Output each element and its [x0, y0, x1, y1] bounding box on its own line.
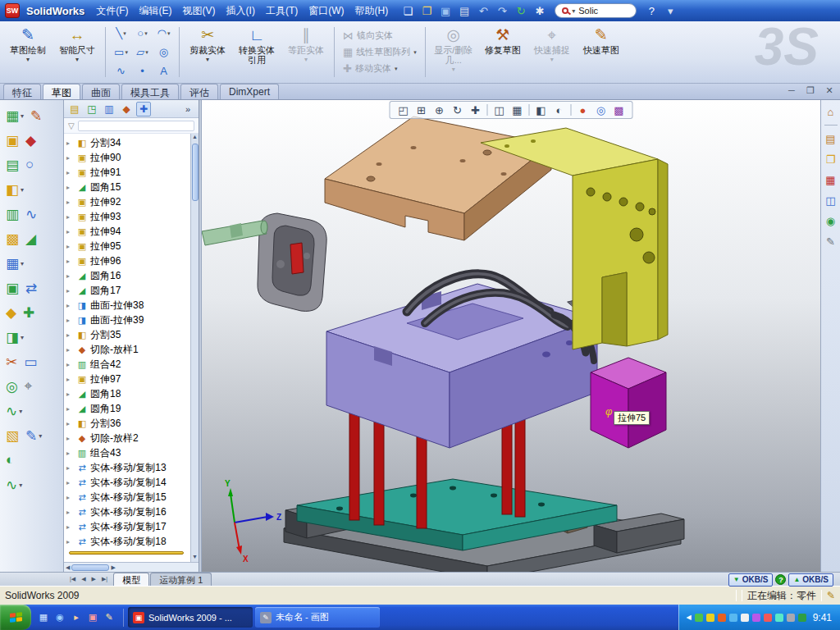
- dropdown-arrow-icon[interactable]: ▾: [39, 432, 42, 440]
- undo-icon[interactable]: ↶: [475, 2, 491, 19]
- show-desktop-icon[interactable]: ▦: [37, 611, 50, 624]
- file-explorer-icon[interactable]: ❐: [824, 152, 838, 167]
- part-insert-block[interactable]: φ: [591, 358, 666, 448]
- scrollbar-thumb[interactable]: [71, 564, 109, 571]
- expand-arrow-icon[interactable]: ▸: [66, 331, 74, 339]
- expand-arrow-icon[interactable]: ▸: [66, 450, 74, 457]
- expand-arrow-icon[interactable]: ▸: [66, 538, 74, 546]
- rectangle-tool-icon[interactable]: ▭▾: [111, 43, 131, 62]
- display-delete-relations-button[interactable]: ◎显示/删除几...▾: [431, 24, 477, 80]
- left-toolbar-icon[interactable]: ◆: [25, 132, 36, 149]
- scrollbar-thumb[interactable]: [192, 144, 199, 201]
- doc-nav-button-2[interactable]: ◀: [79, 576, 88, 582]
- left-toolbar-icon[interactable]: ✎▾: [25, 427, 42, 445]
- close-window-icon[interactable]: ✕: [824, 85, 835, 96]
- filter-field[interactable]: [78, 121, 194, 131]
- left-toolbar-icon[interactable]: ▣: [6, 280, 19, 297]
- menu-item-6[interactable]: 窗口(W): [304, 2, 349, 20]
- left-toolbar-icon[interactable]: ▦▾: [6, 107, 24, 125]
- zoom-in-out-icon[interactable]: ⊕: [431, 104, 448, 116]
- left-toolbar-icon[interactable]: ∿▾: [6, 403, 22, 420]
- expand-arrow-icon[interactable]: ▸: [66, 317, 74, 324]
- circle-tool-icon[interactable]: ○▾: [132, 25, 153, 43]
- tree-item[interactable]: ▸▥组合43: [66, 445, 190, 460]
- configurationmanager-tab-icon[interactable]: ▥: [102, 102, 116, 116]
- menu-item-5[interactable]: 工具(T): [261, 2, 303, 20]
- left-toolbar-icon[interactable]: ◎: [6, 378, 18, 395]
- tree-item[interactable]: ▸⇄实体-移动/复制13: [66, 460, 190, 475]
- tree-item[interactable]: ▸⇄实体-移动/复制18: [66, 534, 190, 549]
- open-document-icon[interactable]: ❐: [418, 2, 435, 19]
- tree-item[interactable]: ▸▣拉伸91: [66, 165, 190, 180]
- expand-arrow-icon[interactable]: ▸: [66, 169, 74, 176]
- part-clamp[interactable]: [258, 213, 326, 311]
- tree-item[interactable]: ▸◆切除-放样2: [66, 431, 190, 445]
- tray-icon[interactable]: [764, 614, 772, 622]
- menu-item-2[interactable]: 编辑(E): [135, 2, 177, 20]
- dropdown-arrow-icon[interactable]: ▾: [21, 260, 24, 267]
- minimize-window-icon[interactable]: ─: [786, 85, 797, 96]
- arc-tool-icon[interactable]: ◠▾: [153, 25, 174, 43]
- tree-item[interactable]: ▸◧分割34: [66, 135, 190, 150]
- menu-item-7[interactable]: 帮助(H): [350, 2, 394, 20]
- dropdown-arrow-icon[interactable]: ▾: [19, 482, 22, 489]
- tree-item[interactable]: ▸⇄实体-移动/复制14: [66, 475, 190, 490]
- left-toolbar-icon[interactable]: ◢: [25, 231, 36, 248]
- expand-arrow-icon[interactable]: ▸: [66, 199, 74, 206]
- shadows-icon[interactable]: ◐: [551, 104, 568, 116]
- expand-arrow-icon[interactable]: ▸: [66, 390, 74, 398]
- dropdown-arrow-icon[interactable]: ▾: [144, 30, 148, 37]
- tree-item[interactable]: ▸◨曲面-拉伸38: [66, 298, 190, 313]
- left-toolbar-icon[interactable]: ▭: [24, 354, 37, 371]
- help-badge-icon[interactable]: ?: [775, 574, 786, 585]
- tree-vertical-scrollbar[interactable]: ▲ ▼: [190, 134, 199, 562]
- tree-item[interactable]: ▸◢圆角18: [66, 386, 190, 401]
- display-style-icon[interactable]: ◧: [533, 104, 550, 116]
- section-view-icon[interactable]: ◫: [491, 104, 508, 116]
- left-toolbar-icon[interactable]: ▣: [6, 132, 19, 149]
- dropdown-arrow-icon[interactable]: ▾: [75, 56, 79, 63]
- dropdown-arrow-icon[interactable]: ▾: [304, 56, 308, 63]
- tree-item[interactable]: ▸◨曲面-拉伸39: [66, 313, 190, 327]
- left-toolbar-icon[interactable]: ▧: [6, 427, 19, 445]
- dropdown-arrow-icon[interactable]: ▾: [413, 49, 417, 56]
- scroll-down-icon[interactable]: ▼: [192, 554, 198, 562]
- doc-tab-1[interactable]: 模型: [113, 573, 149, 586]
- expand-arrow-icon[interactable]: ▸: [66, 258, 74, 265]
- tree-item[interactable]: ▸▣拉伸95: [66, 239, 190, 253]
- home-icon[interactable]: ⌂: [824, 104, 838, 119]
- move-entities-button[interactable]: ✚移动实体▾: [340, 62, 420, 75]
- tree-item[interactable]: ▸⇄实体-移动/复制15: [66, 490, 190, 504]
- ribbon-tab-2[interactable]: 草图: [43, 84, 80, 99]
- rotate-view-icon[interactable]: ↻: [450, 104, 466, 116]
- tree-item[interactable]: ▸◢圆角17: [66, 283, 190, 298]
- expand-arrow-icon[interactable]: ▸: [66, 287, 74, 294]
- smart-dimension-button[interactable]: ↔智能尺寸▾: [54, 24, 100, 80]
- left-toolbar-icon[interactable]: ∿▾: [6, 477, 22, 494]
- left-toolbar-icon[interactable]: ▤: [6, 157, 19, 174]
- line-tool-icon[interactable]: ╲▾: [111, 25, 131, 43]
- left-toolbar-icon[interactable]: ○: [25, 157, 34, 173]
- tree-item[interactable]: ▸▣拉伸92: [66, 194, 190, 209]
- left-toolbar-icon[interactable]: ⇄: [25, 280, 37, 297]
- dropdown-arrow-icon[interactable]: ▾: [19, 408, 22, 415]
- point-tool-icon[interactable]: •: [132, 62, 153, 80]
- tree-item[interactable]: ▸▥组合42: [66, 357, 190, 372]
- tree-item[interactable]: ▸▣拉伸97: [66, 372, 190, 386]
- expand-arrow-icon[interactable]: ▸: [66, 213, 74, 221]
- left-toolbar-icon[interactable]: ✂: [6, 354, 17, 371]
- view-settings-icon[interactable]: ▩: [611, 104, 628, 116]
- pane-flyout-icon[interactable]: »: [180, 102, 195, 116]
- doc-nav-button-4[interactable]: ▶|: [99, 576, 110, 582]
- left-toolbar-icon[interactable]: ◐: [6, 452, 14, 468]
- quick-snaps-button[interactable]: ⌖快速捕捉▾: [529, 24, 575, 80]
- left-toolbar-icon[interactable]: ✚: [23, 304, 34, 322]
- featuremanager-tab-icon[interactable]: ▤: [67, 102, 82, 116]
- part-mold-body[interactable]: [326, 284, 610, 448]
- tray-icon[interactable]: [752, 614, 760, 622]
- expand-arrow-icon[interactable]: ▸: [66, 228, 74, 235]
- design-library-icon[interactable]: ▤: [824, 131, 838, 146]
- expand-arrow-icon[interactable]: ▸: [66, 420, 74, 427]
- print-icon[interactable]: ▤: [456, 2, 472, 19]
- task-button-2[interactable]: ✎未命名 - 画图: [255, 607, 380, 628]
